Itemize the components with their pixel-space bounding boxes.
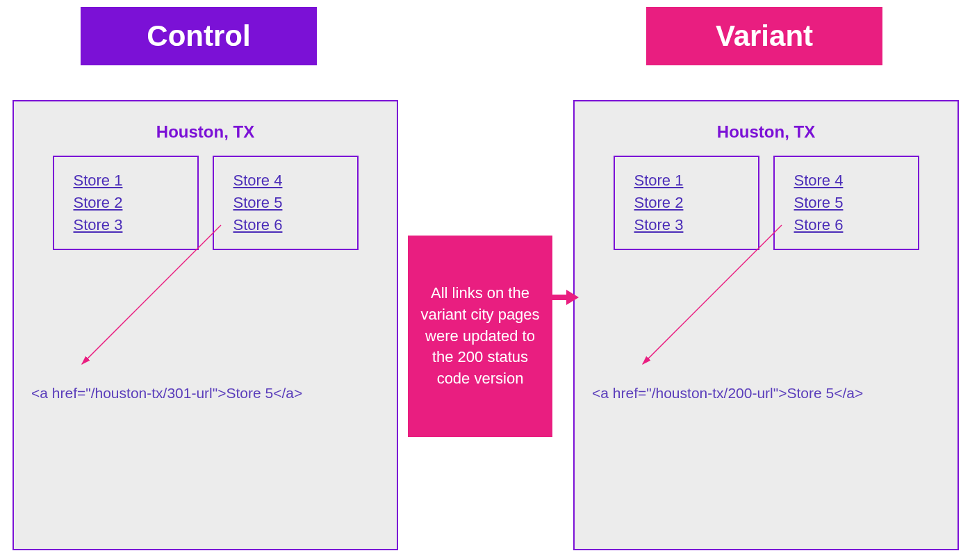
store-link[interactable]: Store 3: [634, 214, 739, 236]
control-store-boxes: Store 1 Store 2 Store 3 Store 4 Store 5 …: [28, 156, 383, 250]
store-link[interactable]: Store 6: [794, 214, 898, 236]
variant-code-snippet: <a href="/houston-tx/200-url">Store 5</a…: [592, 385, 863, 402]
store-link[interactable]: Store 6: [233, 214, 338, 236]
variant-panel: Houston, TX Store 1 Store 2 Store 3 Stor…: [573, 100, 959, 550]
variant-city-title: Houston, TX: [589, 122, 944, 142]
control-store-box-1: Store 1 Store 2 Store 3: [53, 156, 199, 250]
store-link[interactable]: Store 4: [233, 170, 338, 192]
svg-marker-1: [566, 290, 579, 305]
control-code-snippet: <a href="/houston-tx/301-url">Store 5</a…: [31, 385, 302, 402]
control-store-box-2: Store 4 Store 5 Store 6: [213, 156, 359, 250]
store-link[interactable]: Store 4: [794, 170, 898, 192]
store-link[interactable]: Store 1: [634, 170, 739, 192]
control-header: Control: [81, 7, 317, 65]
variant-store-boxes: Store 1 Store 2 Store 3 Store 4 Store 5 …: [589, 156, 944, 250]
callout-box: All links on the variant city pages were…: [408, 236, 552, 437]
variant-header: Variant: [646, 7, 882, 65]
store-link[interactable]: Store 1: [74, 170, 178, 192]
arrow-right-icon: [551, 287, 579, 308]
store-link[interactable]: Store 3: [74, 214, 178, 236]
variant-store-box-2: Store 4 Store 5 Store 6: [773, 156, 919, 250]
variant-store-box-1: Store 1 Store 2 Store 3: [614, 156, 759, 250]
callout-text: All links on the variant city pages were…: [419, 283, 541, 390]
store-link[interactable]: Store 5: [233, 192, 338, 214]
control-city-title: Houston, TX: [28, 122, 383, 142]
store-link[interactable]: Store 2: [74, 192, 178, 214]
control-panel: Houston, TX Store 1 Store 2 Store 3 Stor…: [13, 100, 398, 550]
store-link[interactable]: Store 2: [634, 192, 739, 214]
store-link[interactable]: Store 5: [794, 192, 898, 214]
